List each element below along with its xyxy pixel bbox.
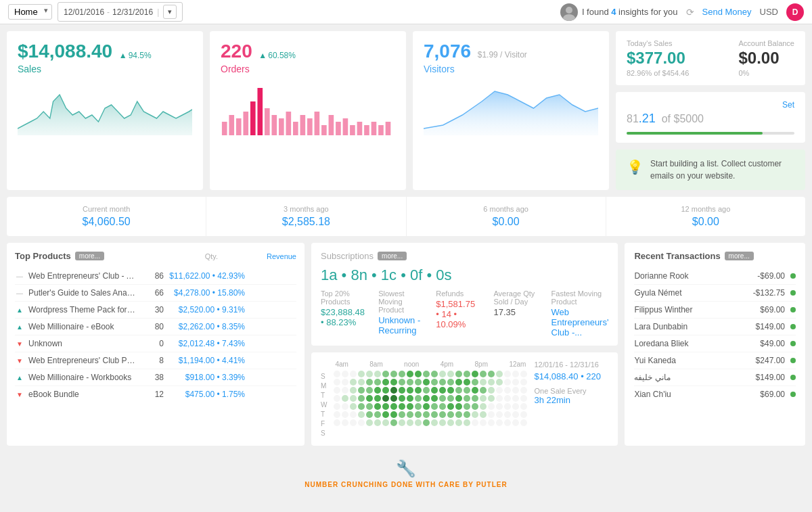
goal-set-btn[interactable]: Set <box>782 100 794 110</box>
product-revenue: $11,622.00 • 42.93% <box>164 271 245 281</box>
heatmap-cell <box>390 419 397 426</box>
product-trend-icon: ▲ <box>16 306 24 314</box>
tx-amount: -$69.00 <box>757 271 785 281</box>
product-trend-icon: ▲ <box>16 323 24 331</box>
heatmap-cell <box>358 387 365 394</box>
heatmap-cell <box>334 403 340 410</box>
heatmap-cell <box>464 411 470 418</box>
heatmap-cell <box>415 411 422 418</box>
heatmap-day-label: S <box>321 429 327 438</box>
heatmap-cell <box>439 403 446 410</box>
heatmap-cell <box>504 387 511 394</box>
heatmap-cell <box>382 419 389 426</box>
product-row: ▼Unknown0$2,012.48 • 7.43% <box>15 335 296 352</box>
svg-rect-10 <box>279 118 284 135</box>
user-avatar[interactable]: D <box>786 3 804 21</box>
heatmap-cell <box>496 395 503 402</box>
heatmap-cell <box>358 379 365 386</box>
tx-row: Dorianne Rook-$69.00 <box>634 268 796 285</box>
heatmap-cell <box>488 419 495 426</box>
period-12months: 12 months ago $0.00 <box>606 197 805 236</box>
heatmap-cell <box>520 379 527 386</box>
heatmap-cell <box>439 419 446 426</box>
heatmap-row <box>334 403 527 410</box>
heatmap-hour-label: 8am <box>369 360 382 368</box>
heatmap-cell <box>472 411 478 418</box>
svg-rect-23 <box>371 122 377 135</box>
svg-point-1 <box>563 14 575 21</box>
heatmap-cell <box>472 371 478 377</box>
tx-name: ماني خليفه <box>634 373 755 382</box>
product-revenue: $4,278.00 • 15.80% <box>164 288 245 298</box>
subs-more-btn[interactable]: more... <box>378 252 407 260</box>
tx-name: Lara Dunbabin <box>634 322 755 331</box>
products-more-btn[interactable]: more... <box>75 252 104 260</box>
heatmap-cell <box>415 371 422 377</box>
insights-area[interactable]: I found 4 insights for you <box>560 3 678 21</box>
period-current: Current month $4,060.50 <box>7 197 206 236</box>
heatmap-day-label: F <box>321 420 327 428</box>
top20-value: $23,888.48 • 88.23% <box>321 307 365 327</box>
goal-pct-dec: .21 <box>639 112 656 125</box>
products-title: Top Products <box>15 251 71 261</box>
heatmap-cell <box>358 371 365 377</box>
today-account-card: Today's Sales $377.00 82.96% of $454.46 … <box>616 31 805 85</box>
tx-amount: $69.00 <box>760 390 785 399</box>
product-name: Wordpress Theme Pack for We... <box>28 305 137 315</box>
svg-rect-20 <box>350 125 355 135</box>
insight-text: I found 4 insights for you <box>582 7 678 17</box>
main-content: $14,088.40 ▲ 94.5% Sales <box>0 24 812 509</box>
refresh-icon[interactable]: ⟳ <box>686 7 694 18</box>
svg-rect-19 <box>343 118 348 135</box>
heatmap-cell <box>366 403 373 410</box>
heatmap-cell <box>431 379 438 386</box>
heatmap-freq: 3h 22min <box>534 395 608 405</box>
heatmap-cell <box>399 387 405 394</box>
tx-amount: -$132.75 <box>753 288 785 298</box>
orders-value: 220 <box>221 41 252 62</box>
product-trend-icon: ▼ <box>16 357 24 365</box>
product-trend-icon: ▲ <box>16 374 24 381</box>
tx-status-dot <box>790 290 796 296</box>
tx-more-btn[interactable]: more... <box>725 252 754 260</box>
tx-row: ماني خليفه$149.00 <box>634 369 796 386</box>
heatmap-cell <box>520 403 527 410</box>
heatmap-cell <box>488 379 495 386</box>
heatmap-cell <box>350 379 357 386</box>
heatmap-cell <box>480 403 487 410</box>
product-name: Web Millionaire - Workbooks <box>28 373 137 382</box>
footer-brand: PUTLER <box>476 481 508 488</box>
svg-rect-11 <box>286 112 292 135</box>
product-row: —Web Entrepreneurs' Club - An...86$11,62… <box>15 268 296 285</box>
heatmap-cell <box>390 379 397 386</box>
home-select-wrap[interactable]: Home <box>8 4 52 20</box>
heatmap-cell <box>374 403 381 410</box>
sales-badge: ▲ 94.5% <box>119 51 152 60</box>
heatmap-cell <box>374 379 381 386</box>
right-sidebar: Today's Sales $377.00 82.96% of $454.46 … <box>616 31 805 190</box>
heatmap-cell <box>350 403 357 410</box>
avg-qty-metric: Average Qty Sold / Day 17.35 <box>493 289 537 338</box>
heatmap-cell <box>350 387 357 394</box>
tx-amount: $49.00 <box>760 339 785 348</box>
tx-amount: $69.00 <box>760 305 785 315</box>
orders-value-row: 220 ▲ 60.58% <box>221 41 395 62</box>
date-dropdown-btn[interactable]: ▾ <box>163 5 177 19</box>
heatmap-cell <box>512 395 519 402</box>
heatmap-cell <box>447 403 454 410</box>
header-right: I found 4 insights for you ⟳ Send Money … <box>560 3 804 21</box>
svg-rect-2 <box>222 122 227 135</box>
heatmap-cell <box>431 387 438 394</box>
heatmap-cell <box>334 379 340 386</box>
date-range[interactable]: 12/01/2016 - 12/31/2016 | ▾ <box>58 2 183 22</box>
heatmap-stats: 12/01/16 - 12/31/16 $14,088.40 • 220 One… <box>534 360 608 438</box>
heatmap-cell <box>447 379 454 386</box>
heatmap-cell <box>512 379 519 386</box>
heatmap-inner: SMTWTFS 4am8amnoon4pm8pm12am 12/01/16 - … <box>321 360 608 438</box>
home-select[interactable]: Home <box>8 4 52 20</box>
heatmap-cell <box>415 379 422 386</box>
period-6months-label: 6 months ago <box>407 205 606 213</box>
tx-row: Lara Dunbabin$149.00 <box>634 319 796 335</box>
send-money-link[interactable]: Send Money <box>702 7 752 17</box>
heatmap-day-label: T <box>321 411 327 419</box>
